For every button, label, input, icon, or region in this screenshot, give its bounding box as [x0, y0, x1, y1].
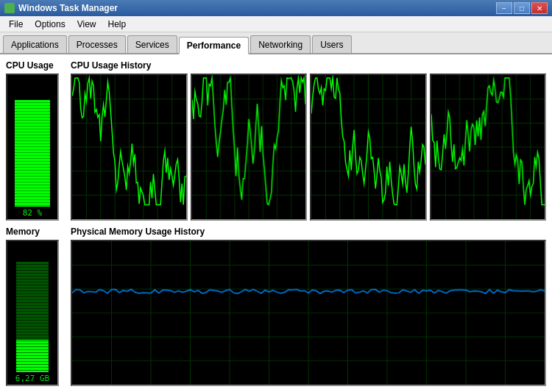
- memory-history-canvas: [72, 241, 545, 385]
- cpu-history-title: CPU Usage History: [71, 60, 546, 71]
- cpu-core1-graph: [71, 74, 188, 221]
- title-bar: Windows Task Manager − □ ✕: [0, 0, 552, 16]
- tab-applications[interactable]: Applications: [3, 35, 67, 53]
- tab-services[interactable]: Services: [127, 35, 177, 53]
- cpu-core2-graph: [191, 74, 308, 221]
- physical-memory-panel: Physical Memory Usage History: [71, 227, 546, 387]
- cpu-core3-graph: [310, 74, 427, 221]
- menu-view[interactable]: View: [71, 18, 102, 31]
- window-controls: − □ ✕: [496, 2, 548, 14]
- cpu-core1-canvas: [72, 75, 186, 219]
- tab-performance[interactable]: Performance: [179, 37, 249, 54]
- physical-memory-graph: [71, 240, 546, 387]
- window-title: Windows Task Manager: [18, 3, 118, 13]
- tab-networking[interactable]: Networking: [250, 35, 311, 53]
- tab-users[interactable]: Users: [312, 35, 351, 53]
- cpu-core4-graph: [430, 74, 547, 221]
- menu-options[interactable]: Options: [29, 18, 71, 31]
- cpu-usage-panel: CPU Usage 82 %: [6, 60, 65, 221]
- memory-bar-fill: [16, 340, 49, 372]
- top-row: CPU Usage 82 % CPU Usage History: [6, 60, 546, 221]
- close-button[interactable]: ✕: [531, 2, 548, 14]
- menu-file[interactable]: File: [3, 18, 29, 31]
- cpu-bar-container: 82 %: [6, 74, 59, 221]
- tab-processes[interactable]: Processes: [68, 35, 126, 53]
- cpu-usage-title: CPU Usage: [6, 60, 65, 71]
- minimize-button[interactable]: −: [496, 2, 512, 14]
- cpu-core3-canvas: [311, 75, 425, 219]
- memory-panel: Memory 6,27 GB: [6, 227, 65, 387]
- main-content: CPU Usage 82 % CPU Usage History: [0, 54, 552, 392]
- menu-bar: File Options View Help: [0, 16, 552, 32]
- cpu-bar-label: 82 %: [23, 208, 43, 218]
- cpu-core2-canvas: [192, 75, 306, 219]
- app-icon: [4, 3, 15, 13]
- memory-bar-wrapper: [16, 243, 49, 373]
- cpu-bar-wrapper: [15, 76, 50, 207]
- maximize-button[interactable]: □: [514, 2, 530, 14]
- menu-help[interactable]: Help: [102, 18, 132, 31]
- memory-title: Memory: [6, 227, 65, 237]
- cpu-bar-fill: [15, 100, 50, 207]
- cpu-history-graphs: [71, 74, 546, 221]
- panels-container: CPU Usage 82 % CPU Usage History: [6, 60, 546, 386]
- cpu-core4-canvas: [431, 75, 545, 219]
- tab-bar: Applications Processes Services Performa…: [0, 32, 552, 54]
- physical-memory-title: Physical Memory Usage History: [71, 227, 546, 237]
- cpu-history-panel: CPU Usage History: [71, 60, 546, 221]
- memory-bar-container: 6,27 GB: [6, 240, 59, 387]
- bottom-row: Memory 6,27 GB Physical Memory Usage H: [6, 227, 546, 387]
